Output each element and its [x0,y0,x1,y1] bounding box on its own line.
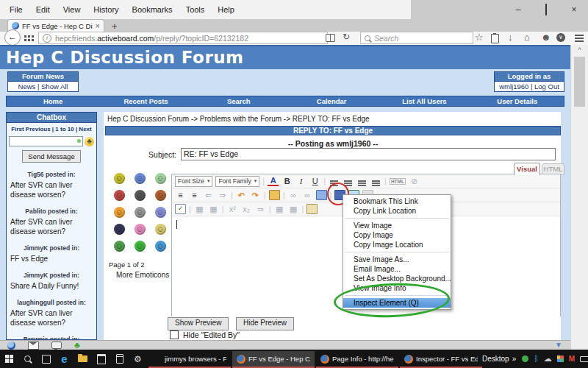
chat-smiley-icon[interactable]: ♣ [85,137,94,146]
desktop-toolbar[interactable]: Desktop » [482,355,516,363]
hamburger-menu-icon[interactable] [575,35,584,36]
emoticon[interactable] [135,173,146,184]
align-left-icon[interactable] [330,180,338,182]
tray-updater-icon[interactable] [522,355,528,362]
start-button[interactable] [0,355,18,363]
bookmark-star-icon[interactable]: ☆ [475,32,484,43]
context-menu-item[interactable]: Copy Image [343,230,451,240]
chatbox-pager[interactable]: First Previous | 1 to 10 | Next [7,126,96,132]
scrollbar-up-arrow[interactable]: ^ [571,45,588,55]
context-menu-item[interactable]: Bookmark This Link [343,197,451,206]
vertical-scrollbar[interactable]: ^ [570,45,588,350]
eraser-icon[interactable]: ⊘ [409,177,420,186]
scrollbar-thumb[interactable] [574,57,585,107]
undo-icon[interactable]: ↶ [236,191,247,200]
url-bar[interactable]: i hepcfriends.activeboard.com/p/reply/?t… [38,32,328,44]
subscript-icon[interactable]: x₂ [241,205,252,213]
edge-button[interactable]: e [55,353,74,364]
emoticon[interactable] [155,207,166,218]
home-icon[interactable]: ⌂ [524,32,530,43]
restore-button[interactable] [532,4,560,15]
taskbar-button[interactable]: FF vs Edge - Hep C ... [232,351,315,368]
context-menu-item[interactable]: Copy Link Location [343,206,451,216]
show-preview-button[interactable]: Show Preview [168,317,229,330]
tab-visual[interactable]: Visual [514,163,540,175]
numbered-list-icon[interactable]: ≡ [189,191,200,199]
pocket-icon[interactable]: ∨ [556,33,565,42]
menu-bar-item[interactable]: Tools [179,4,212,15]
table-split-icon[interactable]: ▦ [288,205,299,214]
tab-close-icon[interactable]: × [96,21,100,30]
downloads-icon[interactable]: ↓ [508,32,513,43]
browser-tab[interactable]: FF vs Edge - Hep C Discus... × [7,19,104,32]
link-icon[interactable]: ∞ [288,191,299,199]
menu-bar-item[interactable]: View [57,4,87,15]
merge-cells-icon[interactable]: ⇒ [255,205,266,214]
context-menu-item[interactable]: Set As Desktop Background... [343,274,451,283]
context-menu-item[interactable] [345,252,449,252]
emoticon[interactable] [155,241,166,252]
photo-icon[interactable] [316,190,327,200]
forum-nav-link[interactable]: Recent Posts [99,97,192,105]
chatbox-post-topic-link[interactable]: After SVR can liver disease worsen? [7,306,96,328]
chevron-expand-icon[interactable]: » [512,355,517,363]
emoticon[interactable] [114,241,125,252]
emoticon[interactable] [135,207,146,218]
superscript-icon[interactable]: x² [227,205,238,213]
reload-icon[interactable]: ↻ [343,32,350,42]
underline-icon[interactable]: U [309,177,320,185]
align-justify-icon[interactable] [372,180,380,182]
context-menu-item[interactable] [345,218,449,219]
frog-icon[interactable]: ♣ [74,341,80,350]
emoticon[interactable] [114,173,125,184]
menu-bar-item[interactable]: Edit [29,4,57,15]
font-family-select[interactable]: Font Family▾ [215,176,259,187]
unlink-icon[interactable]: ∞ [302,191,313,199]
emoticon[interactable] [114,207,125,218]
cloud-icon[interactable]: ☁ [544,355,552,363]
context-menu-item[interactable]: Copy Image Location [343,240,451,250]
html-source-icon[interactable]: HTML [390,178,406,185]
forum-news-links[interactable]: News | Show All [7,82,79,92]
table-cell-icon[interactable]: ▦ [274,205,285,214]
menu-bar-item[interactable]: History [87,4,125,15]
battery-icon[interactable] [580,356,588,362]
chatbox-post-topic-link[interactable]: FF vs Edge [7,252,96,263]
hide-edited-by-checkbox[interactable] [170,330,179,339]
send-message-button[interactable]: Send Message [22,150,81,163]
align-center-icon[interactable] [344,180,352,182]
chatbox-post-topic-link[interactable]: After SVR can liver disease worsen? [7,215,96,236]
menu-bar-item[interactable]: Bookmarks [126,4,179,15]
browser-globe-icon[interactable] [7,342,15,350]
task-view-button[interactable] [37,355,55,364]
bullet-list-icon[interactable]: ≡ [175,191,186,199]
table-icon[interactable]: ▦ [194,205,205,214]
chat-message-input[interactable] [9,136,83,146]
chat-bubble-icon[interactable] [51,342,62,349]
emoticon[interactable] [155,224,166,235]
align-right-icon[interactable] [358,180,366,182]
settings-button[interactable]: ⚙ [129,354,147,364]
paste-icon[interactable] [306,204,318,214]
gmail-icon[interactable]: M [569,355,575,363]
table-row-icon[interactable]: ▦ [208,205,219,214]
store-icon[interactable] [557,355,564,362]
chatbox-post-topic-link[interactable]: After SVR can liver disease worsen? [7,178,96,199]
close-button[interactable]: × [560,4,588,15]
menu-bar-item[interactable]: File [3,4,29,15]
grid-icon[interactable] [24,35,26,38]
back-button[interactable]: ← [4,29,21,46]
hide-preview-button[interactable]: Hide Preview [236,317,294,330]
subject-input[interactable]: RE: FF vs Edge [181,148,556,160]
taskbar-button[interactable]: Inspector - FF vs Edg... [400,351,482,368]
taskbar-search-button[interactable] [18,355,37,362]
taskbar-button[interactable]: jimmys browsers - P... [148,351,231,368]
emoticon[interactable] [155,190,166,201]
forum-nav-link[interactable]: Calendar [285,97,378,105]
breadcrumb[interactable]: Hep C Discussion Forum -> Problems with … [107,115,370,123]
reader-mode-icon[interactable] [326,34,335,42]
chatbox-post-topic-link[interactable]: Share A Daily Funny! [7,279,96,291]
emoticon[interactable] [114,190,125,201]
redo-icon[interactable]: ↷ [250,191,261,200]
forum-nav-link[interactable]: List All Users [378,97,470,105]
